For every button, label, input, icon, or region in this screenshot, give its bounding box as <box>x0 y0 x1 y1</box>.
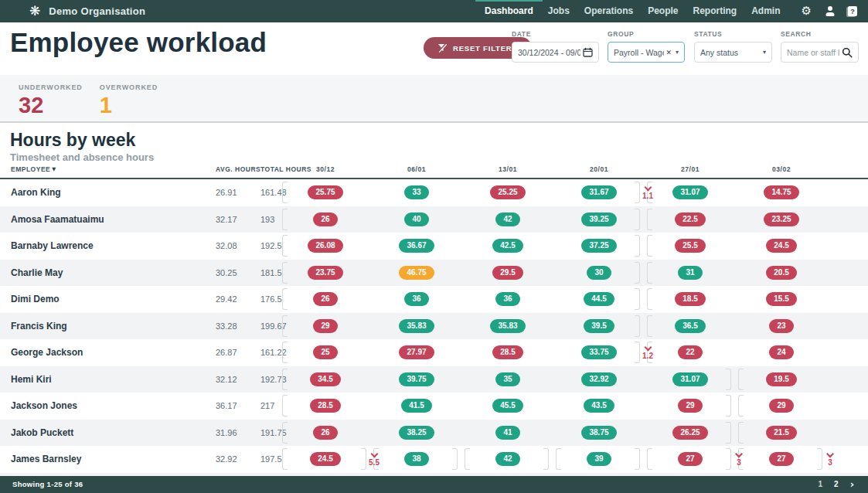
hours-pill[interactable]: 44.5 <box>584 292 614 306</box>
snowflake-logo-icon[interactable]: ❋ <box>29 5 40 18</box>
nav-item-people[interactable]: People <box>648 5 678 17</box>
table-row[interactable]: Amosa Faamatuaimu32.1719326404239.2522.5… <box>0 206 868 233</box>
table-row[interactable]: Hemi Kiri32.12192.7334.539.753532.9231.0… <box>0 366 868 393</box>
employee-name[interactable]: Aaron King <box>11 187 61 198</box>
hours-pill[interactable]: 24.5 <box>310 452 340 466</box>
hours-pill[interactable]: 45.5 <box>492 399 523 413</box>
nav-item-jobs[interactable]: Jobs <box>548 5 570 17</box>
hours-pill[interactable]: 25 <box>313 345 337 359</box>
date-range-input[interactable] <box>518 48 583 57</box>
hours-pill[interactable]: 39.75 <box>399 372 434 386</box>
hours-pill[interactable]: 31.07 <box>672 372 707 386</box>
hours-pill[interactable]: 42.5 <box>492 239 523 253</box>
hours-pill[interactable]: 22.5 <box>675 212 705 226</box>
hours-pill[interactable]: 39.25 <box>581 212 616 226</box>
hours-pill[interactable]: 36 <box>404 292 428 306</box>
hours-pill[interactable]: 25.5 <box>675 239 705 253</box>
gear-icon[interactable]: ⚙ <box>802 5 812 17</box>
hours-pill[interactable]: 25.25 <box>490 185 525 199</box>
employee-name[interactable]: Barnaby Lawrence <box>11 240 94 251</box>
hours-pill[interactable]: 38.25 <box>399 426 434 440</box>
chevron-down-icon[interactable] <box>763 49 766 56</box>
nav-item-reporting[interactable]: Reporting <box>693 5 737 17</box>
hours-pill[interactable]: 33 <box>404 185 428 199</box>
column-header-week-1[interactable]: 30/12 <box>280 165 371 178</box>
table-row[interactable]: Jakob Puckett31.96191.752638.254138.7526… <box>0 420 868 447</box>
hours-pill[interactable]: 34.5 <box>310 372 340 386</box>
date-range-field[interactable] <box>512 42 599 63</box>
employee-name[interactable]: Jackson Jones <box>11 400 77 411</box>
hours-pill[interactable]: 27.97 <box>399 345 434 359</box>
hours-pill[interactable]: 29.5 <box>492 266 523 280</box>
column-header-week-6[interactable]: 03/02 <box>736 165 827 178</box>
hours-pill[interactable]: 30 <box>587 266 611 280</box>
table-row[interactable]: Barnaby Lawrence32.08192.526.0836.6742.5… <box>0 233 868 260</box>
hours-pill[interactable]: 22 <box>678 345 702 359</box>
hours-pill[interactable]: 14.75 <box>764 185 798 199</box>
hours-pill[interactable]: 29 <box>313 319 337 333</box>
hours-pill[interactable]: 26 <box>313 292 337 306</box>
table-row[interactable]: Aaron King26.91161.4825.753325.2531.671.… <box>0 179 868 206</box>
page-button-1[interactable]: 1 <box>819 480 823 488</box>
hours-pill[interactable]: 35.83 <box>490 319 525 333</box>
hours-pill[interactable]: 23.25 <box>764 212 798 226</box>
hours-pill[interactable]: 46.75 <box>399 266 434 280</box>
hours-pill[interactable]: 26.08 <box>308 239 342 253</box>
next-page-icon[interactable] <box>850 479 854 489</box>
column-header-week-4[interactable]: 20/01 <box>553 165 645 178</box>
group-select[interactable]: Payroll - Wages ... <box>608 42 685 63</box>
employee-name[interactable]: George Jackson <box>11 347 83 358</box>
employee-name[interactable]: Charlie May <box>11 267 63 278</box>
hours-pill[interactable]: 38.75 <box>581 426 616 440</box>
column-header-week-2[interactable]: 06/01 <box>371 165 462 178</box>
hours-pill[interactable]: 26 <box>313 212 337 226</box>
hours-pill[interactable]: 33.75 <box>581 345 616 359</box>
table-row[interactable]: Dimi Demo29.42176.526363644.518.515.5 <box>0 286 868 313</box>
calendar-icon[interactable] <box>583 47 593 57</box>
hours-pill[interactable]: 28.5 <box>492 345 523 359</box>
user-icon[interactable] <box>825 6 835 16</box>
hours-pill[interactable]: 28.5 <box>310 399 340 413</box>
clear-group-icon[interactable] <box>665 49 672 56</box>
table-row[interactable]: Jackson Jones36.1721728.541.545.543.5292… <box>0 393 868 420</box>
column-header-total-hours[interactable]: TOTAL HOURS <box>247 165 280 178</box>
employee-name[interactable]: Jakob Puckett <box>11 427 73 438</box>
status-select[interactable]: Any status <box>694 42 772 63</box>
employee-name[interactable]: Dimi Demo <box>11 294 60 304</box>
hours-pill[interactable]: 24 <box>769 345 793 359</box>
hours-pill[interactable]: 38 <box>404 452 428 466</box>
hours-pill[interactable]: 42 <box>495 212 519 226</box>
hours-pill[interactable]: 36.67 <box>399 239 434 253</box>
hours-pill[interactable]: 36.5 <box>675 319 705 333</box>
column-header-week-5[interactable]: 27/01 <box>645 165 736 178</box>
hours-pill[interactable]: 24.5 <box>766 239 796 253</box>
hours-pill[interactable]: 43.5 <box>584 399 614 413</box>
hours-pill[interactable]: 18.5 <box>675 292 705 306</box>
search-icon[interactable] <box>842 47 853 58</box>
hours-pill[interactable]: 20.5 <box>766 266 796 280</box>
column-header-avg-hours[interactable]: AVG. HOURS <box>203 165 247 178</box>
hours-pill[interactable]: 27 <box>678 452 702 466</box>
hours-pill[interactable]: 42 <box>495 452 519 466</box>
hours-pill[interactable]: 23 <box>769 319 793 333</box>
hours-pill[interactable]: 31 <box>678 266 702 280</box>
hours-pill[interactable]: 29 <box>678 399 702 413</box>
hours-pill[interactable]: 31.07 <box>672 185 707 199</box>
table-row[interactable]: James Barnsley32.92197.524.55.5384239273… <box>0 446 868 473</box>
chevron-down-icon[interactable] <box>676 49 679 56</box>
table-row[interactable]: Francis King33.28199.672935.8335.8339.53… <box>0 313 868 340</box>
hours-pill[interactable]: 36 <box>495 292 519 306</box>
hours-pill[interactable]: 32.92 <box>581 372 616 386</box>
hours-pill[interactable]: 26 <box>313 426 337 440</box>
page-button-2[interactable]: 2 <box>834 480 839 488</box>
hours-pill[interactable]: 39.5 <box>584 319 614 333</box>
table-row[interactable]: George Jackson26.87161.222527.9728.533.7… <box>0 339 868 366</box>
hours-pill[interactable]: 27 <box>769 452 793 466</box>
nav-item-admin[interactable]: Admin <box>751 5 780 17</box>
nav-item-dashboard[interactable]: Dashboard <box>485 5 533 17</box>
table-row[interactable]: Charlie May30.25181.523.7546.7529.530312… <box>0 260 868 287</box>
nav-item-operations[interactable]: Operations <box>584 5 633 17</box>
hours-pill[interactable]: 23.75 <box>308 266 342 280</box>
hours-pill[interactable]: 41 <box>495 426 519 440</box>
hours-pill[interactable]: 35.83 <box>399 319 434 333</box>
